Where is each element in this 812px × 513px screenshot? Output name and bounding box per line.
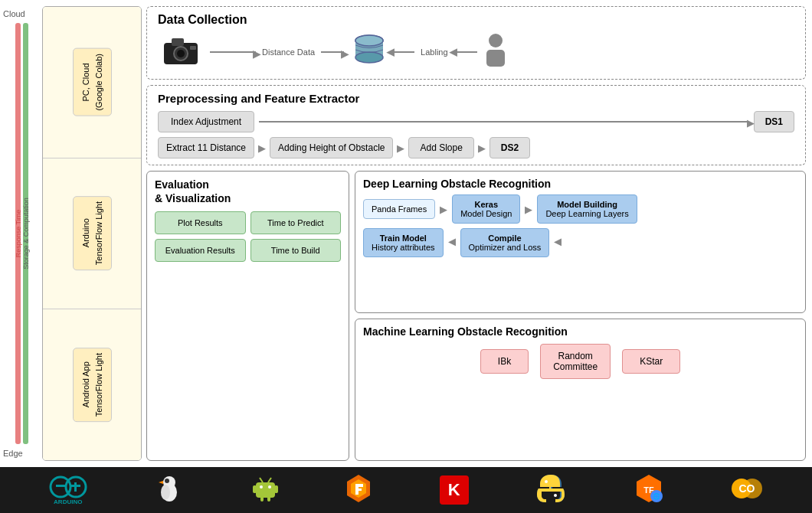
android-tf-label: Android AppTensorFlow Light <box>73 348 112 422</box>
svg-rect-4 <box>190 46 196 50</box>
arduino-tf-label-box: ArduinoTensorFlow Light <box>43 158 141 310</box>
ds1-box: DS1 <box>754 111 794 132</box>
svg-text:CO: CO <box>739 482 755 495</box>
svg-point-26 <box>260 485 263 488</box>
svg-text:🌐: 🌐 <box>653 492 660 500</box>
tensorflow-icon <box>345 473 372 507</box>
panda-frames-box: Panda Frames <box>363 199 435 219</box>
python-icon <box>535 473 566 507</box>
svg-point-36 <box>554 494 557 497</box>
response-time-label: Response Time <box>15 210 22 258</box>
arduino-icon: ARDUINO <box>49 475 87 505</box>
edge-label: Edge <box>3 449 23 458</box>
svg-point-7 <box>355 52 383 63</box>
data-collection-title: Data Collection <box>158 13 794 27</box>
preprocessing-title: Preprocessing and Feature Extractor <box>158 92 794 105</box>
svg-rect-34 <box>355 488 362 491</box>
machine-learning-section: Machine Learning Obstacle Recognition IB… <box>355 319 806 461</box>
deep-learning-section: Deep Learning Obstacle Recognition Panda… <box>355 171 806 313</box>
time-to-predict-box: Time to Predict <box>250 211 342 234</box>
svg-rect-13 <box>56 485 65 487</box>
evaluation-section: Evaluation& Visualization Plot Results T… <box>146 171 349 461</box>
svg-point-35 <box>545 480 548 483</box>
database-icon <box>350 31 388 73</box>
svg-point-8 <box>355 35 383 46</box>
svg-point-18 <box>161 485 170 500</box>
svg-rect-21 <box>256 482 275 498</box>
train-model-box: Train ModelHistory attributes <box>363 228 444 257</box>
svg-rect-10 <box>486 50 505 67</box>
response-time-bar: Response Time <box>15 23 21 444</box>
svg-rect-23 <box>274 485 278 493</box>
model-building-box: Model BuildingDeep Learning Layers <box>537 194 637 224</box>
svg-rect-25 <box>267 496 270 502</box>
camera-icon <box>158 32 204 72</box>
deep-learning-title: Deep Learning Obstacle Recognition <box>363 178 797 190</box>
svg-point-19 <box>165 479 169 483</box>
distance-data-label: Distance Data <box>262 47 315 57</box>
svg-line-29 <box>268 478 271 482</box>
pc-cloud-label-box: PC, Cloud(Google Colab) <box>43 7 141 158</box>
person-icon <box>480 31 511 73</box>
android-tf-label-box: Android AppTensorFlow Light <box>43 309 141 460</box>
time-to-build-box: Time to Build <box>250 239 342 262</box>
ibk-box: IBk <box>480 349 529 374</box>
compile-box: CompileOptimizer and Loss <box>460 228 550 257</box>
ds2-box: DS2 <box>489 137 530 158</box>
random-committee-box: RandomCommittee <box>540 344 611 379</box>
deployment-labels: PC, Cloud(Google Colab) ArduinoTensorFlo… <box>42 6 142 461</box>
svg-rect-22 <box>253 485 257 493</box>
plot-results-box: Plot Results <box>155 211 246 234</box>
kstar-box: KStar <box>622 349 680 374</box>
tensorflow-lite-icon: TF 🌐 <box>634 473 664 507</box>
machine-learning-title: Machine Learning Obstacle Recognition <box>363 325 797 338</box>
svg-point-9 <box>489 34 503 47</box>
svg-rect-15 <box>74 482 77 492</box>
svg-point-27 <box>268 485 271 488</box>
android-icon <box>252 473 279 507</box>
keras-model-box: KerasModel Design <box>452 194 520 224</box>
evaluation-title: Evaluation& Visualization <box>155 178 341 205</box>
storage-bar: Storage & Computation <box>23 23 28 444</box>
bottom-toolbar: ARDUINO <box>0 467 812 513</box>
evaluation-results-box: Evaluation Results <box>155 239 246 262</box>
storage-label: Storage & Computation <box>22 198 30 270</box>
svg-rect-1 <box>172 38 184 46</box>
svg-point-3 <box>177 50 185 57</box>
adding-height-box: Adding Height of Obstacle <box>270 137 393 158</box>
add-slope-box: Add Slope <box>408 137 473 158</box>
index-adjustment-box: Index Adjustment <box>158 111 254 132</box>
pc-cloud-label: PC, Cloud(Google Colab) <box>73 48 112 116</box>
preprocessing-section: Preprocessing and Feature Extractor Inde… <box>146 85 806 165</box>
data-collection-section: Data Collection <box>146 6 806 80</box>
svg-rect-33 <box>355 484 363 487</box>
arduino-tf-label: ArduinoTensorFlow Light <box>73 196 112 270</box>
svg-marker-20 <box>159 481 163 484</box>
svg-line-28 <box>260 478 263 482</box>
svg-rect-24 <box>260 496 264 502</box>
labling-label: Labling <box>421 47 447 57</box>
extract-distance-box: Extract 11 Distance <box>158 137 254 158</box>
weka-icon <box>154 473 185 507</box>
keras-icon: K <box>440 475 469 505</box>
colab-icon: CO <box>731 476 763 504</box>
cloud-label: Cloud <box>3 9 25 18</box>
